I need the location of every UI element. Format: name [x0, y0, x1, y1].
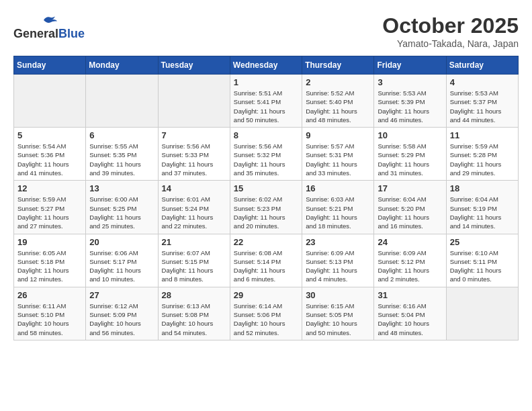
day-number: 26 [17, 290, 82, 300]
day-number: 19 [17, 237, 82, 247]
day-detail: Sunrise: 6:08 AM Sunset: 5:14 PM Dayligh… [234, 248, 298, 284]
day-detail: Sunrise: 5:54 AM Sunset: 5:36 PM Dayligh… [17, 142, 82, 177]
day-detail: Sunrise: 5:59 AM Sunset: 5:27 PM Dayligh… [17, 195, 82, 230]
calendar-cell: 23Sunrise: 6:09 AM Sunset: 5:13 PM Dayli… [302, 234, 374, 287]
calendar-cell: 24Sunrise: 6:09 AM Sunset: 5:12 PM Dayli… [374, 234, 446, 287]
calendar-week-row: 26Sunrise: 6:11 AM Sunset: 5:10 PM Dayli… [14, 287, 519, 340]
day-number: 18 [450, 183, 515, 193]
calendar-week-row: 12Sunrise: 5:59 AM Sunset: 5:27 PM Dayli… [14, 181, 519, 234]
day-detail: Sunrise: 5:59 AM Sunset: 5:28 PM Dayligh… [450, 142, 515, 177]
day-detail: Sunrise: 6:07 AM Sunset: 5:15 PM Dayligh… [162, 248, 226, 284]
calendar-cell: 5Sunrise: 5:54 AM Sunset: 5:36 PM Daylig… [14, 128, 86, 181]
day-detail: Sunrise: 6:04 AM Sunset: 5:19 PM Dayligh… [450, 195, 515, 230]
calendar-cell: 6Sunrise: 5:55 AM Sunset: 5:35 PM Daylig… [86, 128, 158, 181]
calendar-cell [86, 75, 158, 128]
day-number: 12 [17, 183, 82, 193]
day-detail: Sunrise: 6:03 AM Sunset: 5:21 PM Dayligh… [306, 195, 370, 230]
day-number: 25 [450, 237, 515, 247]
calendar-cell: 1Sunrise: 5:51 AM Sunset: 5:41 PM Daylig… [230, 75, 302, 128]
weekday-header-tuesday: Tuesday [158, 56, 230, 75]
weekday-header-row: SundayMondayTuesdayWednesdayThursdayFrid… [14, 56, 519, 75]
day-detail: Sunrise: 6:06 AM Sunset: 5:17 PM Dayligh… [89, 248, 154, 284]
calendar-cell: 8Sunrise: 5:56 AM Sunset: 5:32 PM Daylig… [230, 128, 302, 181]
day-detail: Sunrise: 6:16 AM Sunset: 5:04 PM Dayligh… [378, 302, 442, 337]
day-number: 17 [378, 183, 442, 193]
calendar-cell: 19Sunrise: 6:05 AM Sunset: 5:18 PM Dayli… [14, 234, 86, 287]
calendar-cell: 11Sunrise: 5:59 AM Sunset: 5:28 PM Dayli… [446, 128, 518, 181]
day-number: 24 [378, 237, 442, 247]
logo: General Blue [13, 13, 85, 41]
calendar-cell: 27Sunrise: 6:12 AM Sunset: 5:09 PM Dayli… [86, 287, 158, 340]
calendar-cell [446, 287, 518, 340]
day-number: 22 [234, 237, 298, 247]
day-number: 5 [17, 130, 82, 140]
calendar-cell: 12Sunrise: 5:59 AM Sunset: 5:27 PM Dayli… [14, 181, 86, 234]
day-number: 27 [89, 290, 154, 300]
logo-blue-text: Blue [58, 27, 85, 41]
day-detail: Sunrise: 5:53 AM Sunset: 5:37 PM Dayligh… [450, 89, 515, 124]
calendar-cell: 31Sunrise: 6:16 AM Sunset: 5:04 PM Dayli… [374, 287, 446, 340]
day-number: 8 [234, 130, 298, 140]
day-detail: Sunrise: 6:13 AM Sunset: 5:08 PM Dayligh… [162, 302, 226, 337]
page-header: General Blue October 2025 Yamato-Takada,… [13, 13, 519, 49]
day-detail: Sunrise: 6:00 AM Sunset: 5:25 PM Dayligh… [89, 195, 154, 230]
day-detail: Sunrise: 5:56 AM Sunset: 5:32 PM Dayligh… [234, 142, 298, 177]
day-number: 28 [162, 290, 226, 300]
day-detail: Sunrise: 5:56 AM Sunset: 5:33 PM Dayligh… [162, 142, 226, 177]
day-detail: Sunrise: 6:01 AM Sunset: 5:24 PM Dayligh… [162, 195, 226, 230]
day-detail: Sunrise: 5:52 AM Sunset: 5:40 PM Dayligh… [306, 89, 370, 124]
day-detail: Sunrise: 6:04 AM Sunset: 5:20 PM Dayligh… [378, 195, 442, 230]
title-area: October 2025 Yamato-Takada, Nara, Japan [382, 13, 519, 49]
day-number: 3 [378, 77, 442, 87]
day-number: 29 [234, 290, 298, 300]
day-number: 9 [306, 130, 370, 140]
calendar-cell: 3Sunrise: 5:53 AM Sunset: 5:39 PM Daylig… [374, 75, 446, 128]
weekday-header-saturday: Saturday [446, 56, 518, 75]
calendar-week-row: 1Sunrise: 5:51 AM Sunset: 5:41 PM Daylig… [14, 75, 519, 128]
day-detail: Sunrise: 5:53 AM Sunset: 5:39 PM Dayligh… [378, 89, 442, 124]
location-subtitle: Yamato-Takada, Nara, Japan [382, 38, 519, 49]
day-number: 1 [234, 77, 298, 87]
day-number: 20 [89, 237, 154, 247]
month-title: October 2025 [382, 13, 519, 38]
day-number: 16 [306, 183, 370, 193]
day-detail: Sunrise: 6:15 AM Sunset: 5:05 PM Dayligh… [306, 302, 370, 337]
day-number: 6 [89, 130, 154, 140]
calendar-cell: 29Sunrise: 6:14 AM Sunset: 5:06 PM Dayli… [230, 287, 302, 340]
day-number: 23 [306, 237, 370, 247]
day-number: 7 [162, 130, 226, 140]
calendar-cell: 10Sunrise: 5:58 AM Sunset: 5:29 PM Dayli… [374, 128, 446, 181]
bird-icon [41, 13, 57, 27]
day-detail: Sunrise: 6:05 AM Sunset: 5:18 PM Dayligh… [17, 248, 82, 284]
calendar-cell: 9Sunrise: 5:57 AM Sunset: 5:31 PM Daylig… [302, 128, 374, 181]
day-detail: Sunrise: 5:51 AM Sunset: 5:41 PM Dayligh… [234, 89, 298, 124]
calendar-cell: 26Sunrise: 6:11 AM Sunset: 5:10 PM Dayli… [14, 287, 86, 340]
calendar-cell: 2Sunrise: 5:52 AM Sunset: 5:40 PM Daylig… [302, 75, 374, 128]
day-detail: Sunrise: 5:58 AM Sunset: 5:29 PM Dayligh… [378, 142, 442, 177]
calendar-cell [158, 75, 230, 128]
calendar-cell: 17Sunrise: 6:04 AM Sunset: 5:20 PM Dayli… [374, 181, 446, 234]
calendar-cell: 14Sunrise: 6:01 AM Sunset: 5:24 PM Dayli… [158, 181, 230, 234]
calendar-week-row: 19Sunrise: 6:05 AM Sunset: 5:18 PM Dayli… [14, 234, 519, 287]
calendar-cell [14, 75, 86, 128]
calendar-cell: 22Sunrise: 6:08 AM Sunset: 5:14 PM Dayli… [230, 234, 302, 287]
calendar-cell: 28Sunrise: 6:13 AM Sunset: 5:08 PM Dayli… [158, 287, 230, 340]
calendar-week-row: 5Sunrise: 5:54 AM Sunset: 5:36 PM Daylig… [14, 128, 519, 181]
day-detail: Sunrise: 6:02 AM Sunset: 5:23 PM Dayligh… [234, 195, 298, 230]
day-number: 2 [306, 77, 370, 87]
day-detail: Sunrise: 5:55 AM Sunset: 5:35 PM Dayligh… [89, 142, 154, 177]
day-detail: Sunrise: 6:14 AM Sunset: 5:06 PM Dayligh… [234, 302, 298, 337]
calendar-cell: 21Sunrise: 6:07 AM Sunset: 5:15 PM Dayli… [158, 234, 230, 287]
day-number: 15 [234, 183, 298, 193]
calendar-cell: 25Sunrise: 6:10 AM Sunset: 5:11 PM Dayli… [446, 234, 518, 287]
day-detail: Sunrise: 6:09 AM Sunset: 5:12 PM Dayligh… [378, 248, 442, 284]
day-detail: Sunrise: 6:12 AM Sunset: 5:09 PM Dayligh… [89, 302, 154, 337]
day-number: 4 [450, 77, 515, 87]
day-number: 11 [450, 130, 515, 140]
weekday-header-monday: Monday [86, 56, 158, 75]
day-number: 21 [162, 237, 226, 247]
calendar-cell: 7Sunrise: 5:56 AM Sunset: 5:33 PM Daylig… [158, 128, 230, 181]
day-number: 10 [378, 130, 442, 140]
weekday-header-wednesday: Wednesday [230, 56, 302, 75]
logo-general-text: General [13, 27, 58, 41]
